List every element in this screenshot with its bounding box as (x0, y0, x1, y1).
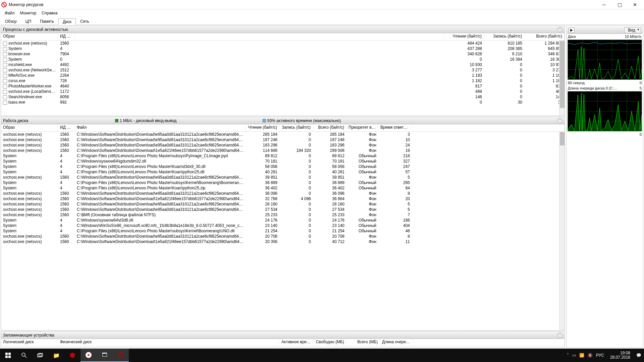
col-write[interactable]: Запись (байт/с) (279, 124, 313, 131)
table-row[interactable]: SearchIndexer.exe80561460146 (1, 94, 565, 100)
table-row[interactable]: System4C:\Program Files (x86)\Lenovo\Len… (1, 228, 565, 234)
col-queue[interactable]: Длина очеред… (380, 339, 414, 346)
volume-icon[interactable]: 🔇 (588, 353, 593, 358)
yandex-icon[interactable] (80, 349, 97, 362)
table-row[interactable]: svchost.exe (netsvcs)1560C:\Windows\Soft… (1, 142, 565, 148)
table-row[interactable]: svchost.exe (netsvcs)1560C:\Windows\Soft… (1, 137, 565, 142)
notifications-icon[interactable]: 💬 (636, 353, 641, 358)
col-free[interactable]: Свободно (МБ) (313, 339, 346, 346)
checkbox[interactable] (3, 90, 7, 94)
table-row[interactable]: System4C:\Program Files (x86)\Lenovo\Len… (1, 153, 565, 159)
table-row[interactable]: System4C:\Program Files (x86)\Lenovo\Len… (1, 164, 565, 169)
table-row[interactable]: svchost.exe (netsvcs)1560C:\Windows\Soft… (1, 175, 565, 180)
table-row[interactable]: System4C:\Program Files (x86)\Lenovo\Len… (1, 169, 565, 175)
collapse-icon[interactable]: ˅ (557, 118, 562, 123)
table-row[interactable]: svchost.exe (netsvcs)1560C:\Windows\Soft… (1, 207, 565, 212)
mcafee-icon[interactable] (64, 349, 80, 362)
side-collapse-button[interactable]: ▶ (569, 27, 575, 33)
maximize-button[interactable]: ▢ (612, 0, 627, 9)
col-pid[interactable]: ИД п… (58, 33, 75, 40)
view-dropdown[interactable]: Вид (624, 27, 641, 33)
tab-disk[interactable]: Диск (58, 18, 76, 25)
start-button[interactable] (0, 349, 16, 362)
col-image[interactable]: Образ (1, 33, 58, 40)
minimize-button[interactable]: ─ (596, 0, 612, 9)
clock[interactable]: 19:0828.07.2018 (607, 351, 633, 360)
explorer-icon[interactable]: 📁 (48, 349, 64, 362)
tab-memory[interactable]: Память (36, 18, 58, 24)
table-row[interactable]: System0016 38416 384 (1, 57, 565, 62)
table-row[interactable]: svchost.exe (netsvcs)1560C:\Windows\Soft… (1, 201, 565, 207)
checkbox[interactable] (3, 58, 7, 62)
wifi-icon[interactable]: 📶 (579, 353, 584, 358)
close-button[interactable]: ✕ (627, 0, 643, 9)
table-row[interactable]: svchost.exe (netsvcs)1560C:\$Mft (Основн… (1, 212, 565, 218)
tab-overview[interactable]: Обзор (1, 18, 21, 24)
panel-processes-header[interactable]: Процессы с дисковой активностью ˅ (1, 26, 565, 33)
language-indicator[interactable]: РУС (596, 353, 604, 358)
col-logical[interactable]: Логический диск (1, 339, 58, 346)
search-button[interactable] (16, 349, 32, 362)
scrollbar[interactable] (559, 132, 565, 330)
table-row[interactable]: lsass.exe99203030 (1, 100, 565, 105)
table-row[interactable]: csrss.exe7281 18201 182 (1, 78, 565, 83)
table-row[interactable]: svchost.exe (netsvcs)1560C:\Windows\Soft… (1, 239, 565, 244)
col-pid[interactable]: ИД п… (58, 124, 75, 131)
col-response[interactable]: Время ответа (… (378, 124, 412, 131)
scrollbar[interactable] (559, 41, 565, 116)
table-row[interactable]: System4C:\Windows\WinSxS\x86_microsoft.v… (1, 223, 565, 228)
tab-network[interactable]: Сеть (76, 18, 94, 24)
tray-chevron-icon[interactable]: ˄ (567, 353, 569, 358)
storage-grid-header[interactable]: Логический диск Физический диск Активное… (1, 339, 565, 346)
col-physical[interactable]: Физический диск (58, 339, 279, 346)
collapse-icon[interactable]: ˅ (557, 333, 562, 338)
app2-icon[interactable]: 🗔 (97, 349, 113, 362)
taskview-button[interactable] (32, 349, 48, 362)
col-read[interactable]: Чтение (байт/с) (246, 124, 279, 131)
table-row[interactable]: svchost.exe (netsvcs)1560C:\Windows\Soft… (1, 234, 565, 239)
col-file[interactable]: Файл (75, 124, 246, 131)
col-write[interactable]: Запись (байт/с) (484, 33, 524, 40)
checkbox[interactable] (3, 101, 7, 105)
checkbox[interactable] (3, 63, 7, 67)
table-row[interactable]: System4C:\Program Files (x86)\Lenovo\Len… (1, 185, 565, 191)
table-row[interactable]: svchost.exe (netsvcs)1560C:\Windows\Soft… (1, 148, 565, 153)
table-row[interactable]: browser.exe7904340 6266 210346 837 (1, 51, 565, 57)
panel-disk-activity-header[interactable]: Работа диска 1 МБ/с - дисковый ввод-выво… (1, 117, 565, 124)
menu-help[interactable]: Справка (39, 10, 60, 16)
processes-grid-header[interactable]: Образ ИД п… Чтение (байт/с) Запись (байт… (1, 33, 565, 41)
checkbox[interactable] (3, 95, 7, 99)
checkbox[interactable] (3, 68, 7, 72)
tab-cpu[interactable]: ЦП (21, 18, 36, 24)
table-row[interactable]: svchost.exe (netsvcs)1560C:\Windows\Soft… (1, 196, 565, 201)
table-row[interactable]: MfeAVSvc.exe22641 19301 193 (1, 73, 565, 78)
table-row[interactable]: PhotoMasterWorker.exe46408170817 (1, 83, 565, 89)
table-row[interactable]: svchost.exe (netsvcs)1560484 424810 1851… (1, 41, 565, 46)
table-row[interactable]: svchost.exe (netsvcs)1560C:\Windows\Soft… (1, 191, 565, 196)
col-image[interactable]: Образ (1, 124, 58, 131)
table-row[interactable]: svchost.exe (netsvcs)1560C:\Windows\Soft… (1, 132, 565, 137)
checkbox[interactable] (3, 52, 7, 56)
checkbox[interactable] (3, 84, 7, 88)
checkbox[interactable] (3, 42, 7, 46)
table-row[interactable]: System4437 288208 365645 653 (1, 46, 565, 51)
table-row[interactable]: svchost.exe (NetworkService)15123 27703 … (1, 67, 565, 73)
table-row[interactable]: mcshield.exe449210 930010 930 (1, 62, 565, 67)
table-row[interactable]: System4C:\Windows\syswow64\igdumdim32.dl… (1, 159, 565, 164)
disk-activity-grid-header[interactable]: Образ ИД п… Файл Чтение (байт/с) Запись … (1, 124, 565, 132)
col-read[interactable]: Чтение (байт/с) (444, 33, 484, 40)
panel-storage-header[interactable]: Запоминающие устройства ˅ (1, 331, 565, 339)
col-active[interactable]: Активное вре… (279, 339, 313, 346)
table-row[interactable]: System4C:\Windows\syswow64\d3d9.dll24 17… (1, 218, 565, 223)
menu-file[interactable]: Файл (2, 10, 17, 16)
col-priority[interactable]: Приоритет вв… (346, 124, 378, 131)
menu-monitor[interactable]: Монитор (17, 10, 39, 16)
col-total[interactable]: Всего (байт/с) (313, 124, 346, 131)
table-row[interactable]: System4C:\Program Files (x86)\Lenovo\Len… (1, 180, 565, 185)
table-row[interactable]: svchost.exe (LocalServiceNet…11724890489 (1, 89, 565, 94)
col-total[interactable]: Всего (байт/с) (524, 33, 565, 40)
checkbox[interactable] (3, 79, 7, 83)
col-total[interactable]: Всего (МБ) (346, 339, 380, 346)
collapse-icon[interactable]: ˅ (557, 27, 562, 32)
resmon-taskbar-icon[interactable] (113, 349, 129, 362)
